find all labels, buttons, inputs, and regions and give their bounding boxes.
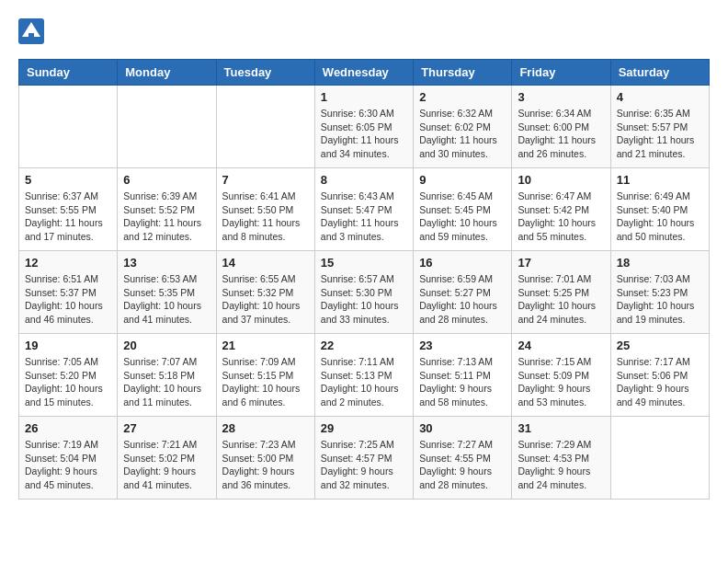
day-number: 5: [25, 173, 111, 187]
calendar-cell: 10Sunrise: 6:47 AMSunset: 5:42 PMDayligh…: [512, 168, 610, 251]
day-number: 17: [518, 256, 604, 270]
calendar-cell: 1Sunrise: 6:30 AMSunset: 6:05 PMDaylight…: [314, 86, 413, 168]
calendar-cell: 2Sunrise: 6:32 AMSunset: 6:02 PMDaylight…: [414, 86, 512, 168]
day-number: 1: [321, 90, 407, 104]
logo-icon: [18, 18, 44, 44]
day-number: 31: [518, 421, 604, 435]
calendar-cell: 20Sunrise: 7:07 AMSunset: 5:18 PMDayligh…: [118, 334, 216, 417]
header-wednesday: Wednesday: [314, 60, 413, 86]
day-detail: Sunrise: 6:47 AMSunset: 5:42 PMDaylight:…: [518, 190, 604, 244]
day-detail: Sunrise: 6:35 AMSunset: 5:57 PMDaylight:…: [617, 107, 703, 161]
calendar-cell: 25Sunrise: 7:17 AMSunset: 5:06 PMDayligh…: [610, 334, 709, 417]
calendar-cell: 5Sunrise: 6:37 AMSunset: 5:55 PMDaylight…: [19, 168, 118, 251]
calendar-cell: 18Sunrise: 7:03 AMSunset: 5:23 PMDayligh…: [610, 251, 709, 334]
day-number: 15: [321, 256, 407, 270]
day-detail: Sunrise: 6:30 AMSunset: 6:05 PMDaylight:…: [321, 107, 407, 161]
day-number: 11: [617, 173, 703, 187]
calendar-week-row: 26Sunrise: 7:19 AMSunset: 5:04 PMDayligh…: [19, 417, 710, 500]
day-detail: Sunrise: 7:17 AMSunset: 5:06 PMDaylight:…: [617, 355, 703, 409]
calendar-cell: 21Sunrise: 7:09 AMSunset: 5:15 PMDayligh…: [216, 334, 314, 417]
day-number: 8: [321, 173, 407, 187]
calendar-cell: 26Sunrise: 7:19 AMSunset: 5:04 PMDayligh…: [19, 417, 118, 500]
calendar-cell: 31Sunrise: 7:29 AMSunset: 4:53 PMDayligh…: [512, 417, 610, 500]
day-detail: Sunrise: 6:53 AMSunset: 5:35 PMDaylight:…: [123, 272, 210, 327]
calendar-cell: 15Sunrise: 6:57 AMSunset: 5:30 PMDayligh…: [314, 251, 413, 334]
day-number: 26: [25, 421, 111, 435]
calendar-cell: [216, 86, 314, 168]
day-number: 13: [123, 256, 210, 270]
day-number: 10: [518, 173, 604, 187]
day-number: 24: [518, 339, 604, 352]
day-detail: Sunrise: 6:32 AMSunset: 6:02 PMDaylight:…: [419, 107, 506, 161]
calendar-cell: 14Sunrise: 6:55 AMSunset: 5:32 PMDayligh…: [216, 251, 314, 334]
calendar-cell: 28Sunrise: 7:23 AMSunset: 5:00 PMDayligh…: [216, 417, 314, 500]
day-detail: Sunrise: 7:23 AMSunset: 5:00 PMDaylight:…: [222, 438, 309, 492]
day-number: 2: [419, 90, 506, 104]
calendar-cell: [610, 417, 709, 500]
day-detail: Sunrise: 7:29 AMSunset: 4:53 PMDaylight:…: [518, 438, 604, 492]
page-header: [18, 18, 710, 44]
day-number: 14: [222, 256, 309, 270]
day-number: 3: [518, 90, 604, 104]
calendar-cell: 7Sunrise: 6:41 AMSunset: 5:50 PMDaylight…: [216, 168, 314, 251]
calendar-cell: 3Sunrise: 6:34 AMSunset: 6:00 PMDaylight…: [512, 86, 610, 168]
calendar-table: SundayMondayTuesdayWednesdayThursdayFrid…: [18, 59, 710, 500]
calendar-cell: 16Sunrise: 6:59 AMSunset: 5:27 PMDayligh…: [414, 251, 512, 334]
day-number: 25: [617, 339, 703, 352]
calendar-cell: 29Sunrise: 7:25 AMSunset: 4:57 PMDayligh…: [314, 417, 413, 500]
calendar-cell: 13Sunrise: 6:53 AMSunset: 5:35 PMDayligh…: [118, 251, 216, 334]
calendar-cell: [118, 86, 216, 168]
svg-rect-2: [28, 33, 34, 40]
day-number: 19: [25, 339, 111, 352]
day-detail: Sunrise: 7:27 AMSunset: 4:55 PMDaylight:…: [419, 438, 506, 492]
day-detail: Sunrise: 6:59 AMSunset: 5:27 PMDaylight:…: [419, 272, 506, 327]
day-detail: Sunrise: 6:37 AMSunset: 5:55 PMDaylight:…: [25, 190, 111, 244]
day-number: 4: [617, 90, 703, 104]
calendar-cell: 24Sunrise: 7:15 AMSunset: 5:09 PMDayligh…: [512, 334, 610, 417]
header-sunday: Sunday: [19, 60, 118, 86]
day-detail: Sunrise: 6:34 AMSunset: 6:00 PMDaylight:…: [518, 107, 604, 161]
day-detail: Sunrise: 7:15 AMSunset: 5:09 PMDaylight:…: [518, 355, 604, 409]
calendar-cell: 27Sunrise: 7:21 AMSunset: 5:02 PMDayligh…: [118, 417, 216, 500]
day-detail: Sunrise: 7:21 AMSunset: 5:02 PMDaylight:…: [123, 438, 210, 492]
day-detail: Sunrise: 6:43 AMSunset: 5:47 PMDaylight:…: [321, 190, 407, 244]
day-detail: Sunrise: 6:41 AMSunset: 5:50 PMDaylight:…: [222, 190, 309, 244]
day-detail: Sunrise: 7:25 AMSunset: 4:57 PMDaylight:…: [321, 438, 407, 492]
day-detail: Sunrise: 7:19 AMSunset: 5:04 PMDaylight:…: [25, 438, 111, 492]
header-friday: Friday: [512, 60, 610, 86]
day-detail: Sunrise: 6:39 AMSunset: 5:52 PMDaylight:…: [123, 190, 210, 244]
day-detail: Sunrise: 7:11 AMSunset: 5:13 PMDaylight:…: [321, 355, 407, 409]
day-number: 30: [419, 421, 506, 435]
calendar-cell: [19, 86, 118, 168]
header-thursday: Thursday: [414, 60, 512, 86]
day-detail: Sunrise: 6:45 AMSunset: 5:45 PMDaylight:…: [419, 190, 506, 244]
calendar-week-row: 19Sunrise: 7:05 AMSunset: 5:20 PMDayligh…: [19, 334, 710, 417]
day-number: 23: [419, 339, 506, 352]
calendar-week-row: 12Sunrise: 6:51 AMSunset: 5:37 PMDayligh…: [19, 251, 710, 334]
day-number: 12: [25, 256, 111, 270]
logo: [18, 18, 48, 44]
calendar-cell: 30Sunrise: 7:27 AMSunset: 4:55 PMDayligh…: [414, 417, 512, 500]
day-number: 21: [222, 339, 309, 352]
header-saturday: Saturday: [610, 60, 709, 86]
header-tuesday: Tuesday: [216, 60, 314, 86]
day-number: 16: [419, 256, 506, 270]
calendar-cell: 19Sunrise: 7:05 AMSunset: 5:20 PMDayligh…: [19, 334, 118, 417]
calendar-cell: 6Sunrise: 6:39 AMSunset: 5:52 PMDaylight…: [118, 168, 216, 251]
day-detail: Sunrise: 7:07 AMSunset: 5:18 PMDaylight:…: [123, 355, 210, 409]
day-number: 28: [222, 421, 309, 435]
calendar-cell: 8Sunrise: 6:43 AMSunset: 5:47 PMDaylight…: [314, 168, 413, 251]
day-detail: Sunrise: 7:09 AMSunset: 5:15 PMDaylight:…: [222, 355, 309, 409]
day-number: 29: [321, 421, 407, 435]
day-detail: Sunrise: 7:03 AMSunset: 5:23 PMDaylight:…: [617, 272, 703, 327]
day-detail: Sunrise: 6:57 AMSunset: 5:30 PMDaylight:…: [321, 272, 407, 327]
calendar-cell: 22Sunrise: 7:11 AMSunset: 5:13 PMDayligh…: [314, 334, 413, 417]
calendar-week-row: 1Sunrise: 6:30 AMSunset: 6:05 PMDaylight…: [19, 86, 710, 168]
day-number: 9: [419, 173, 506, 187]
day-number: 18: [617, 256, 703, 270]
day-number: 27: [123, 421, 210, 435]
header-monday: Monday: [118, 60, 216, 86]
day-number: 6: [123, 173, 210, 187]
day-detail: Sunrise: 6:49 AMSunset: 5:40 PMDaylight:…: [617, 190, 703, 244]
calendar-cell: 23Sunrise: 7:13 AMSunset: 5:11 PMDayligh…: [414, 334, 512, 417]
